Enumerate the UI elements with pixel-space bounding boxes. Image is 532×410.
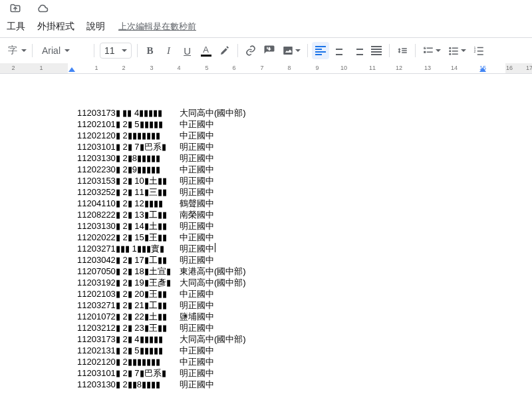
last-edit-link[interactable]: 上次編輯是在數秒前	[118, 21, 196, 33]
first-line-indent-icon[interactable]	[68, 67, 75, 72]
document-line[interactable]: 11203130▮ 2▮ 14▮土▮▮明正國中	[77, 220, 512, 232]
chevron-down-icon	[122, 49, 127, 52]
align-center-button[interactable]	[331, 42, 348, 59]
document-line[interactable]: 11203042▮ 2▮ 17▮工▮▮明正國中	[77, 254, 512, 266]
line-col1: 11203173▮ ▮▮ 4▮▮▮▮▮	[77, 107, 180, 118]
document-page: 11203173▮ ▮▮ 4▮▮▮▮▮大同高中(國中部)11202101▮ 2▮…	[13, 74, 519, 390]
insert-link-button[interactable]	[242, 42, 259, 59]
align-justify-icon	[371, 46, 382, 55]
cloud-status-icon[interactable]	[33, 0, 52, 17]
line-col2: 大同高中(國中部)	[180, 107, 246, 118]
menu-help[interactable]: 說明	[81, 18, 110, 35]
checklist-button[interactable]	[420, 42, 444, 59]
document-line[interactable]: 11203101▮ 2▮ 7▮巴系▮明正國中	[77, 141, 512, 152]
numbered-list-button[interactable]: 12	[470, 42, 487, 59]
document-line[interactable]: 11203153▮ 2▮ 10▮土▮▮明正國中	[77, 175, 512, 186]
line-col2: 中正國中	[180, 345, 214, 356]
line-col1: 11208222▮ 2▮ 13▮工▮▮	[77, 209, 180, 220]
document-line[interactable]: 11202120▮ 2▮▮▮▮▮▮▮中正國中	[77, 130, 512, 141]
horizontal-ruler[interactable]: 2 1 1 2 3 4 5 6 7 8 9 10 11 12 13 14 15 …	[0, 63, 532, 74]
ruler-tick: 15	[479, 65, 486, 71]
document-line[interactable]: 11202101▮ 2▮ 5▮▮▮▮▮中正國中	[77, 118, 512, 130]
ruler-tick: 5	[205, 65, 208, 71]
line-col1: 11203192▮ 2▮ 19▮王彥▮	[77, 277, 180, 288]
line-col2: 明正國中	[180, 186, 214, 198]
bulleted-list-button[interactable]	[445, 42, 469, 59]
ruler-tick: 12	[396, 65, 402, 71]
insert-image-button[interactable]	[279, 42, 303, 59]
text-cursor	[215, 243, 215, 252]
document-line[interactable]: 11203271▮ 2▮ 21▮工▮▮明正國中	[77, 300, 512, 311]
line-col1: 11203173▮ 2▮ 4▮▮▮▮▮	[77, 333, 180, 345]
document-line[interactable]: 11203173▮ ▮▮ 4▮▮▮▮▮大同高中(國中部)	[77, 107, 512, 118]
line-col2: 中正國中	[180, 288, 214, 300]
line-col2: 明正國中	[180, 367, 214, 379]
document-line[interactable]: 11202103▮ 2▮ 20▮王▮▮中正國中	[77, 288, 512, 300]
ruler-tick: 2	[11, 65, 15, 71]
font-family-select[interactable]: Arial	[37, 42, 90, 59]
insert-comment-button[interactable]	[261, 42, 278, 59]
text-color-button[interactable]: A	[198, 42, 215, 59]
document-line[interactable]: 11203212▮ 2▮ 23▮王▮▮明正國中	[77, 322, 512, 333]
ruler-tick: 10	[340, 65, 347, 71]
checklist-icon	[422, 45, 434, 57]
line-col2: 明正國中	[180, 141, 214, 152]
menu-tools[interactable]: 工具	[1, 18, 31, 35]
ruler-tick: 2	[122, 65, 125, 71]
font-size-input[interactable]: 11	[100, 43, 132, 59]
line-spacing-button[interactable]	[394, 42, 411, 59]
bold-icon: B	[147, 45, 154, 57]
line-col1: 11202022▮ 2▮ 15▮王▮▮	[77, 232, 180, 243]
document-line[interactable]: 11203252▮ 2▮ 11▮三▮▮明正國中	[77, 186, 512, 198]
line-col1: 11203042▮ 2▮ 17▮工▮▮	[77, 254, 180, 266]
line-col2: 明正國中	[180, 243, 214, 254]
line-col1: 11202120▮ 2▮▮▮▮▮▮▮	[77, 130, 180, 141]
document-line[interactable]: 11202131▮ 2▮ 5▮▮▮▮▮中正國中	[77, 345, 512, 356]
document-line[interactable]: 11208222▮ 2▮ 13▮工▮▮南榮國中	[77, 209, 512, 220]
highlight-color-button[interactable]	[216, 42, 233, 59]
document-line[interactable]: 11203271▮▮▮ 1▮▮▮實▮明正國中	[77, 243, 512, 254]
toolbar-separator	[94, 44, 94, 57]
document-line[interactable]: 11202120▮ 2▮▮▮▮▮▮▮中正國中	[77, 356, 512, 367]
menu-addons[interactable]: 外掛程式	[32, 18, 80, 35]
bold-button[interactable]: B	[142, 42, 159, 59]
line-col1: 11203101▮ 2▮ 7▮巴系▮	[77, 141, 180, 152]
line-col2: 東港高中(國中部)	[180, 266, 246, 277]
ruler-tick: 7	[260, 65, 263, 71]
svg-rect-6	[452, 48, 458, 49]
line-col2: 明正國中	[180, 152, 214, 164]
underline-button[interactable]: U	[179, 42, 196, 59]
document-line[interactable]: 11204110▮ 2▮ 12▮▮▮▮鶴聲國中	[77, 198, 512, 209]
document-line[interactable]: 11202022▮ 2▮ 15▮王▮▮中正國中	[77, 232, 512, 243]
line-col1: 11207050▮ 2▮ 18▮土宣▮	[77, 266, 180, 277]
line-col2: 明正國中	[180, 300, 214, 311]
chevron-down-icon	[295, 49, 301, 52]
line-col2: 中正國中	[180, 356, 214, 367]
document-body[interactable]: 11203173▮ ▮▮ 4▮▮▮▮▮大同高中(國中部)11202101▮ 2▮…	[13, 107, 519, 390]
align-justify-button[interactable]	[368, 42, 385, 59]
line-col2: 大同高中(國中部)	[180, 333, 246, 345]
svg-rect-12	[477, 51, 483, 52]
align-left-button[interactable]	[312, 42, 329, 59]
move-to-folder-icon[interactable]	[7, 0, 24, 17]
highlighter-icon	[219, 45, 231, 57]
paragraph-style-select[interactable]: 字	[3, 42, 28, 59]
align-right-button[interactable]	[349, 42, 366, 59]
document-line[interactable]: 11203173▮ 2▮ 4▮▮▮▮▮大同高中(國中部)	[77, 333, 512, 345]
document-line[interactable]: 11207050▮ 2▮ 18▮土宣▮東港高中(國中部)	[77, 266, 512, 277]
paragraph-style-label: 字	[8, 45, 17, 57]
underline-icon: U	[184, 45, 191, 57]
document-canvas[interactable]: 11203173▮ ▮▮ 4▮▮▮▮▮大同高中(國中部)11202101▮ 2▮…	[0, 74, 532, 410]
document-line[interactable]: 11203101▮ 2▮ 7▮巴系▮明正國中	[77, 367, 512, 379]
align-center-icon	[334, 46, 344, 55]
document-line[interactable]: 11201072▮ 2▮ 22▮土▮▮鹽埔國中	[77, 311, 512, 322]
document-line[interactable]: 11203130▮ 2▮8▮▮▮▮▮明正國中	[77, 152, 512, 164]
toolbar-separator	[415, 44, 416, 57]
italic-button[interactable]: I	[160, 42, 178, 59]
ruler-tick: 13	[424, 65, 431, 71]
line-col1: 11202101▮ 2▮ 5▮▮▮▮▮	[77, 118, 180, 130]
chevron-down-icon	[21, 49, 27, 52]
document-line[interactable]: 11203192▮ 2▮ 19▮王彥▮大同高中(國中部)	[77, 277, 512, 288]
document-line[interactable]: 11203130▮ 2▮▮8▮▮▮▮明正國中	[77, 379, 512, 390]
document-line[interactable]: 11202230▮ 2▮9▮▮▮▮▮中正國中	[77, 164, 512, 175]
